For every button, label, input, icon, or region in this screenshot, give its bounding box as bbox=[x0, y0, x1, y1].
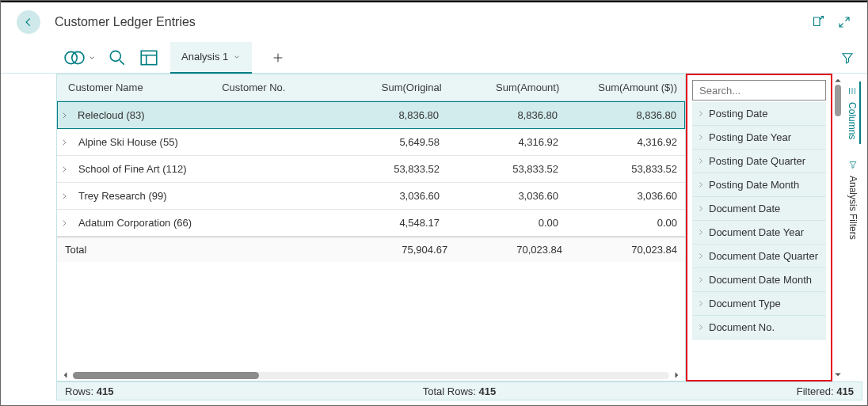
vertical-scrollbar[interactable] bbox=[832, 74, 843, 381]
chevron-right-icon bbox=[697, 324, 704, 331]
field-label: Document Date bbox=[709, 203, 780, 214]
scroll-up-icon[interactable] bbox=[834, 77, 842, 85]
cell-sum-amount-d: 8,836.80 bbox=[565, 102, 684, 128]
column-field-item[interactable]: Posting Date bbox=[692, 102, 826, 126]
field-label: Posting Date Year bbox=[709, 131, 791, 143]
column-sum-amount[interactable]: Sum(Amount) bbox=[450, 74, 568, 101]
chevron-right-icon bbox=[697, 181, 704, 188]
horizontal-scrollbar[interactable] bbox=[57, 370, 685, 381]
chevron-right-icon bbox=[697, 276, 704, 283]
chevron-right-icon bbox=[697, 229, 704, 236]
svg-rect-3 bbox=[141, 51, 157, 64]
cell-customer-name: School of Fine Art (112) bbox=[70, 156, 210, 182]
side-tab-analysis-filters[interactable]: Analysis Filters bbox=[846, 155, 860, 245]
column-field-item[interactable]: Posting Date Year bbox=[692, 126, 826, 150]
expand-icon[interactable] bbox=[57, 138, 70, 146]
cell-customer-no bbox=[209, 108, 328, 123]
scroll-thumb-vertical[interactable] bbox=[835, 85, 841, 116]
tab-analysis-1[interactable]: Analysis 1 bbox=[170, 42, 252, 74]
columns-search-input[interactable] bbox=[692, 80, 826, 101]
total-label: Total bbox=[65, 244, 218, 256]
cell-sum-original: 53,833.52 bbox=[329, 156, 447, 182]
page-title: Customer Ledger Entries bbox=[55, 15, 810, 29]
rows-label: Rows: bbox=[65, 385, 93, 397]
tab-label: Analysis 1 bbox=[181, 51, 228, 63]
table-header: Customer Name Customer No. Sum(Original … bbox=[57, 74, 685, 101]
side-tab-columns[interactable]: Columns bbox=[845, 82, 861, 144]
chevron-right-icon bbox=[697, 205, 704, 212]
scroll-down-icon[interactable] bbox=[834, 370, 842, 378]
cell-sum-original: 8,836.80 bbox=[328, 102, 447, 128]
scroll-thumb[interactable] bbox=[73, 372, 259, 379]
column-sum-original[interactable]: Sum(Original bbox=[332, 74, 450, 101]
total-amt: 70,023.84 bbox=[447, 244, 562, 256]
expand-icon[interactable] bbox=[57, 219, 70, 227]
filter-icon[interactable] bbox=[840, 42, 855, 74]
field-label: Posting Date bbox=[709, 108, 767, 120]
header: Customer Ledger Entries bbox=[1, 2, 867, 42]
cell-customer-no bbox=[210, 216, 329, 230]
cell-sum-amount-d: 0.00 bbox=[566, 210, 685, 236]
layout-icon[interactable] bbox=[139, 47, 159, 68]
column-field-item[interactable]: Document Type bbox=[692, 292, 826, 316]
field-label: Document Date Year bbox=[709, 226, 804, 238]
pivot-icon[interactable] bbox=[64, 47, 85, 68]
back-button[interactable] bbox=[17, 10, 40, 34]
collapse-icon[interactable] bbox=[837, 15, 851, 29]
column-field-item[interactable]: Document Date Quarter bbox=[692, 245, 826, 268]
cell-customer-name: Trey Research (99) bbox=[70, 183, 210, 209]
cell-sum-amount: 3,036.60 bbox=[447, 183, 566, 209]
svg-point-0 bbox=[65, 51, 77, 63]
cell-customer-name: Relecloud (83) bbox=[70, 102, 209, 128]
total-rows-value: 415 bbox=[479, 385, 497, 397]
cell-customer-no bbox=[210, 189, 329, 203]
table-row[interactable]: Alpine Ski House (55)5,649.584,316.924,3… bbox=[57, 129, 685, 156]
expand-icon[interactable] bbox=[57, 165, 70, 173]
column-field-item[interactable]: Document Date Year bbox=[692, 221, 826, 245]
cell-customer-name: Adatum Corporation (66) bbox=[70, 210, 210, 236]
column-customer-no[interactable]: Customer No. bbox=[214, 74, 332, 101]
column-field-item[interactable]: Posting Date Month bbox=[692, 173, 826, 197]
field-label: Document Date Quarter bbox=[709, 250, 818, 262]
column-field-item[interactable]: Document No. bbox=[692, 316, 826, 340]
cell-customer-no bbox=[210, 135, 329, 150]
cell-sum-amount-d: 53,833.52 bbox=[566, 156, 685, 182]
field-label: Posting Date Quarter bbox=[709, 155, 805, 167]
table-row[interactable]: Trey Research (99)3,036.603,036.603,036.… bbox=[57, 183, 685, 210]
cell-customer-name: Alpine Ski House (55) bbox=[70, 129, 210, 155]
total-orig: 75,904.67 bbox=[333, 244, 447, 256]
field-label: Document Type bbox=[709, 298, 781, 309]
toolbar: Analysis 1 bbox=[1, 42, 867, 74]
rows-value: 415 bbox=[97, 385, 114, 397]
column-customer-name[interactable]: Customer Name bbox=[57, 74, 214, 101]
chevron-right-icon bbox=[697, 134, 704, 141]
column-field-item[interactable]: Posting Date Quarter bbox=[692, 150, 826, 173]
column-field-item[interactable]: Document Date Month bbox=[692, 268, 826, 292]
cell-sum-amount: 0.00 bbox=[447, 210, 566, 236]
column-field-item[interactable]: Document Date bbox=[692, 197, 826, 221]
cell-sum-amount-d: 4,316.92 bbox=[566, 129, 685, 155]
filtered-label: Filtered: bbox=[797, 385, 834, 397]
table-row[interactable]: School of Fine Art (112)53,833.5253,833.… bbox=[57, 156, 685, 183]
side-tabs: Columns Analysis Filters bbox=[843, 74, 862, 381]
table-row[interactable]: Relecloud (83)8,836.808,836.808,836.80 bbox=[57, 101, 685, 129]
svg-point-1 bbox=[72, 51, 84, 63]
expand-icon[interactable] bbox=[58, 112, 70, 120]
table-row[interactable]: Adatum Corporation (66)4,548.170.000.00 bbox=[57, 210, 685, 237]
filtered-value: 415 bbox=[836, 385, 854, 397]
add-tab-button[interactable] bbox=[271, 51, 285, 65]
chevron-down-icon bbox=[233, 53, 241, 61]
cell-sum-original: 4,548.17 bbox=[329, 210, 447, 236]
cell-sum-amount: 8,836.80 bbox=[447, 102, 565, 128]
column-sum-amount-d[interactable]: Sum(Amount ($)) bbox=[567, 74, 685, 101]
scroll-right-icon[interactable] bbox=[672, 371, 680, 379]
total-row: Total 75,904.67 70,023.84 70,023.84 bbox=[57, 237, 685, 262]
cell-customer-no bbox=[210, 162, 329, 176]
search-icon[interactable] bbox=[107, 47, 128, 68]
expand-icon[interactable] bbox=[57, 192, 70, 200]
scroll-left-icon[interactable] bbox=[62, 371, 70, 379]
cell-sum-amount: 4,316.92 bbox=[447, 129, 566, 155]
field-label: Document Date Month bbox=[709, 274, 812, 286]
cell-sum-amount-d: 3,036.60 bbox=[566, 183, 685, 209]
open-in-new-icon[interactable] bbox=[810, 15, 824, 29]
